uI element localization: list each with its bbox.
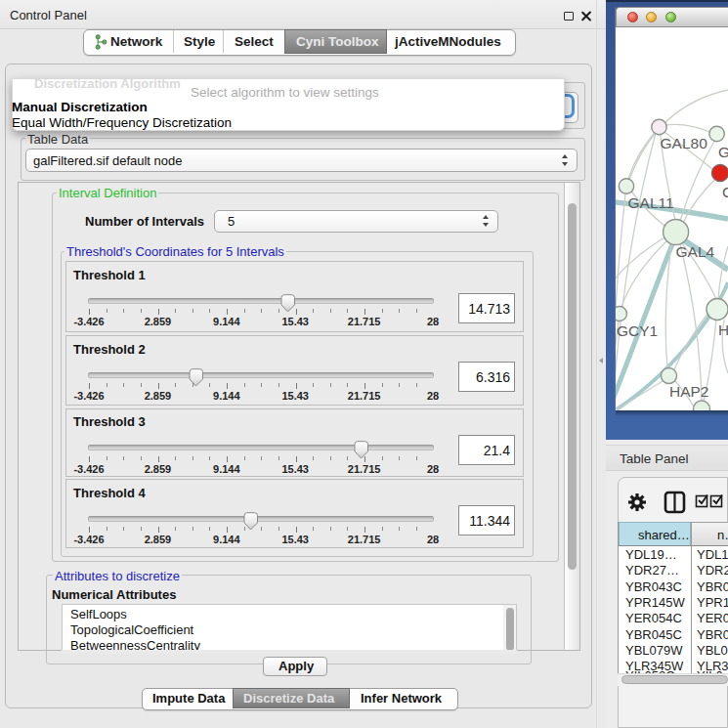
svg-text:GA: GA <box>718 144 728 160</box>
svg-text:H: H <box>718 321 728 338</box>
svg-text:GAL80: GAL80 <box>661 135 708 151</box>
svg-text:GCY1: GCY1 <box>617 322 658 339</box>
svg-text:C: C <box>722 184 728 200</box>
svg-text:GAL4: GAL4 <box>676 243 715 260</box>
svg-text:HAP2: HAP2 <box>669 383 709 400</box>
svg-text:GAL11: GAL11 <box>628 194 674 211</box>
